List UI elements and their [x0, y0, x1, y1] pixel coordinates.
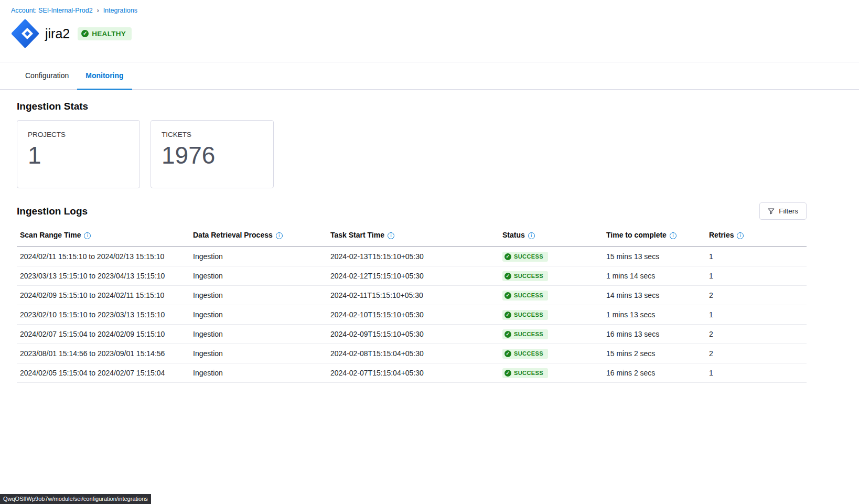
- status-badge: ✓SUCCESS: [502, 349, 548, 359]
- filters-button[interactable]: Filters: [759, 202, 807, 220]
- time-to-complete-cell: 1 mins 14 secs: [603, 266, 706, 285]
- status-badge: ✓SUCCESS: [502, 310, 548, 320]
- scan-range-cell: 2024/02/07 15:15:04 to 2024/02/09 15:15:…: [17, 324, 190, 344]
- table-row: 2023/03/13 15:15:10 to 2023/04/13 15:15:…: [17, 266, 807, 285]
- status-badge-label: SUCCESS: [514, 253, 543, 260]
- table-row: 2024/02/05 15:15:04 to 2024/02/07 15:15:…: [17, 363, 807, 382]
- jira-logo-icon: [11, 19, 39, 48]
- column-header-label: Status: [502, 231, 525, 239]
- filters-button-label: Filters: [779, 207, 798, 215]
- tab-configuration[interactable]: Configuration: [17, 62, 77, 90]
- ingestion-stats-heading: Ingestion Stats: [17, 101, 807, 112]
- info-icon[interactable]: i: [528, 232, 535, 239]
- table-row: 2023/08/01 15:14:56 to 2023/09/01 15:14:…: [17, 344, 807, 363]
- check-icon: ✓: [504, 273, 511, 280]
- status-badge: ✓SUCCESS: [502, 252, 548, 262]
- check-icon: ✓: [504, 292, 511, 299]
- task-start-cell: 2024-02-09T15:15:10+05:30: [327, 324, 499, 344]
- status-badge-label: SUCCESS: [514, 312, 543, 318]
- main-content: Ingestion Stats PROJECTS 1 TICKETS 1976 …: [0, 90, 859, 383]
- check-icon: ✓: [81, 30, 89, 37]
- info-icon[interactable]: i: [276, 232, 283, 239]
- title-row: jira2 ✓ HEALTHY: [11, 19, 859, 48]
- retries-cell: 1: [706, 363, 807, 382]
- integration-title: jira2: [45, 26, 70, 41]
- breadcrumb-integrations-link[interactable]: Integrations: [103, 7, 137, 14]
- stat-card-tickets: TICKETS 1976: [151, 120, 274, 188]
- column-header: Scan Range Timei: [17, 227, 190, 246]
- process-cell: Ingestion: [190, 363, 327, 382]
- status-badge: ✓SUCCESS: [502, 271, 548, 281]
- process-cell: Ingestion: [190, 344, 327, 363]
- info-icon[interactable]: i: [84, 232, 91, 239]
- status-cell: ✓SUCCESS: [499, 324, 603, 344]
- task-start-cell: 2024-02-10T15:15:10+05:30: [327, 305, 499, 324]
- breadcrumb: Account: SEI-Internal-Prod2 › Integratio…: [11, 7, 859, 14]
- check-icon: ✓: [504, 312, 511, 318]
- status-badge: ✓SUCCESS: [502, 329, 548, 339]
- retries-cell: 1: [706, 246, 807, 266]
- stat-card-label: PROJECTS: [28, 131, 129, 138]
- column-header: Data Retrieval Processi: [190, 227, 327, 246]
- tab-monitoring[interactable]: Monitoring: [77, 62, 132, 90]
- ingestion-logs-heading: Ingestion Logs: [17, 206, 88, 217]
- retries-cell: 2: [706, 285, 807, 305]
- info-icon[interactable]: i: [737, 232, 744, 239]
- stat-card-value: 1976: [162, 141, 263, 169]
- column-header-label: Scan Range Time: [20, 231, 81, 239]
- ingestion-logs-header: Ingestion Logs Filters: [17, 202, 807, 220]
- task-start-cell: 2024-02-11T15:15:10+05:30: [327, 285, 499, 305]
- breadcrumb-account-link[interactable]: Account: SEI-Internal-Prod2: [11, 7, 93, 14]
- column-header-label: Task Start Time: [330, 231, 384, 239]
- table-row: 2023/02/10 15:15:10 to 2023/03/13 15:15:…: [17, 305, 807, 324]
- status-cell: ✓SUCCESS: [499, 363, 603, 382]
- stat-cards: PROJECTS 1 TICKETS 1976: [17, 120, 807, 188]
- scan-range-cell: 2023/02/10 15:15:10 to 2023/03/13 15:15:…: [17, 305, 190, 324]
- stat-card-label: TICKETS: [162, 131, 263, 138]
- retries-cell: 1: [706, 305, 807, 324]
- status-cell: ✓SUCCESS: [499, 344, 603, 363]
- column-header: Retriesi: [706, 227, 807, 246]
- task-start-cell: 2024-02-12T15:15:10+05:30: [327, 266, 499, 285]
- scan-range-cell: 2024/02/09 15:15:10 to 2024/02/11 15:15:…: [17, 285, 190, 305]
- process-cell: Ingestion: [190, 246, 327, 266]
- check-icon: ✓: [504, 253, 511, 260]
- status-cell: ✓SUCCESS: [499, 266, 603, 285]
- check-icon: ✓: [504, 331, 511, 338]
- status-badge-label: SUCCESS: [514, 350, 543, 357]
- status-cell: ✓SUCCESS: [499, 305, 603, 324]
- status-badge-label: SUCCESS: [514, 273, 543, 279]
- status-badge-label: SUCCESS: [514, 331, 543, 337]
- column-header: Time to completei: [603, 227, 706, 246]
- info-icon[interactable]: i: [388, 232, 394, 239]
- column-header-label: Time to complete: [606, 231, 667, 239]
- breadcrumb-separator-icon: ›: [97, 7, 99, 14]
- status-cell: ✓SUCCESS: [499, 246, 603, 266]
- task-start-cell: 2024-02-07T15:15:04+05:30: [327, 363, 499, 382]
- info-icon[interactable]: i: [670, 232, 677, 239]
- time-to-complete-cell: 15 mins 2 secs: [603, 344, 706, 363]
- retries-cell: 2: [706, 324, 807, 344]
- column-header-label: Data Retrieval Process: [193, 231, 273, 239]
- check-icon: ✓: [504, 350, 511, 357]
- status-url-tooltip: QwqOSIIWp9ob7w/module/sei/configuration/…: [0, 494, 151, 504]
- table-row: 2024/02/07 15:15:04 to 2024/02/09 15:15:…: [17, 324, 807, 344]
- task-start-cell: 2024-02-13T15:15:10+05:30: [327, 246, 499, 266]
- status-badge-label: SUCCESS: [514, 292, 543, 298]
- scan-range-cell: 2024/02/05 15:15:04 to 2024/02/07 15:15:…: [17, 363, 190, 382]
- health-badge: ✓ HEALTHY: [78, 27, 132, 40]
- status-cell: ✓SUCCESS: [499, 285, 603, 305]
- page-header: Account: SEI-Internal-Prod2 › Integratio…: [0, 0, 859, 62]
- retries-cell: 1: [706, 266, 807, 285]
- table-header-row: Scan Range TimeiData Retrieval ProcessiT…: [17, 227, 807, 246]
- status-badge: ✓SUCCESS: [502, 368, 548, 378]
- time-to-complete-cell: 16 mins 2 secs: [603, 363, 706, 382]
- table-row: 2024/02/09 15:15:10 to 2024/02/11 15:15:…: [17, 285, 807, 305]
- status-badge: ✓SUCCESS: [502, 291, 548, 301]
- column-header: Statusi: [499, 227, 603, 246]
- filter-icon: [768, 208, 775, 215]
- retries-cell: 2: [706, 344, 807, 363]
- process-cell: Ingestion: [190, 324, 327, 344]
- scan-range-cell: 2024/02/11 15:15:10 to 2024/02/13 15:15:…: [17, 246, 190, 266]
- table-row: 2024/02/11 15:15:10 to 2024/02/13 15:15:…: [17, 246, 807, 266]
